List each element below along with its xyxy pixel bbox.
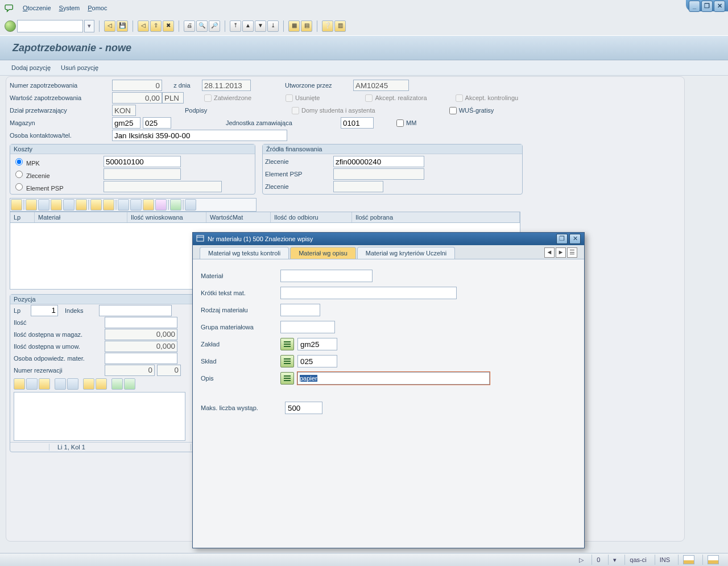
text-load-icon[interactable]	[111, 378, 123, 390]
text-find-icon[interactable]	[83, 378, 94, 390]
win-minimize-button[interactable]: _	[689, 1, 700, 12]
alv-export-icon[interactable]	[38, 199, 49, 210]
cancel-icon[interactable]: ✖	[163, 20, 174, 32]
print-icon[interactable]: 🖨	[184, 20, 195, 32]
contact-field[interactable]	[112, 130, 287, 141]
alv-details-icon[interactable]	[11, 199, 22, 210]
tab-nav-right-icon[interactable]: ►	[556, 247, 566, 258]
alv-graph-icon[interactable]	[170, 199, 181, 210]
lp-field[interactable]	[31, 305, 58, 316]
status-layout2-icon[interactable]	[708, 555, 719, 564]
col-material[interactable]: Materiał	[35, 212, 127, 222]
col-ilosc-wn[interactable]: Ilość wnioskowana	[127, 212, 206, 222]
text-cut-icon[interactable]	[14, 378, 25, 390]
alv-find-icon[interactable]	[51, 199, 62, 210]
dept-field[interactable]	[112, 105, 136, 116]
long-text-area[interactable]	[14, 392, 185, 441]
psp-radio[interactable]	[15, 183, 23, 191]
dlg-stor-field[interactable]	[297, 355, 337, 367]
sap-command-icon[interactable]	[5, 3, 15, 13]
mm-checkbox[interactable]	[396, 119, 404, 127]
rez1-field	[105, 365, 155, 376]
firstpage-icon[interactable]: ⤒	[230, 20, 241, 32]
alv-sum-icon[interactable]	[90, 199, 102, 210]
dlg-desc-selopt-icon[interactable]	[280, 372, 294, 385]
text-paste-icon[interactable]	[39, 378, 50, 390]
dlg-type-field[interactable]	[280, 304, 320, 316]
zlecenie-radio[interactable]	[15, 171, 23, 178]
status-layout-icon[interactable]	[683, 555, 694, 564]
col-ilosc-odb[interactable]: Ilość do odbioru	[271, 212, 352, 222]
mpk-radio[interactable]	[15, 158, 23, 166]
findnext-icon[interactable]: 🔎	[209, 20, 220, 32]
alv-layout-icon[interactable]	[155, 199, 167, 210]
prevpage-icon[interactable]: ▲	[242, 20, 254, 32]
newsession-icon[interactable]: ▦	[288, 20, 300, 32]
command-dropdown[interactable]: ▾	[84, 20, 94, 32]
dlg-stor-selopt-icon[interactable]	[280, 355, 294, 367]
mag2-field[interactable]	[143, 117, 171, 129]
alv-info-icon[interactable]	[185, 199, 196, 210]
delete-position-button[interactable]: Usuń pozycję	[61, 64, 98, 71]
iloscumo-field	[105, 341, 177, 352]
lastpage-icon[interactable]: ⤓	[267, 20, 279, 32]
dlg-max-field[interactable]	[285, 402, 322, 414]
menu-system[interactable]: SystemSystem	[59, 5, 80, 11]
alv-print2-icon[interactable]	[118, 199, 129, 210]
alv-print-icon[interactable]	[26, 199, 37, 210]
zdnia-field[interactable]	[202, 80, 251, 91]
tab-material-uczelni[interactable]: Materiał wg kryteriów Uczelni	[357, 247, 455, 259]
approved-label: Zatwierdzone	[214, 94, 251, 101]
mag1-field[interactable]	[112, 117, 140, 129]
ordunit-field[interactable]	[341, 117, 374, 129]
tab-material-kontroli[interactable]: Materiał wg tekstu kontroli	[200, 247, 289, 259]
tab-nav-list-icon[interactable]: ☰	[567, 247, 577, 258]
text-redo-icon[interactable]	[67, 378, 78, 390]
win-restore-button[interactable]: ❐	[701, 1, 713, 12]
col-wartosc[interactable]: WartośćMat	[206, 212, 271, 222]
dialog-restore-button[interactable]: ❐	[556, 234, 568, 244]
dlg-plant-selopt-icon[interactable]	[280, 338, 294, 350]
enter-button[interactable]	[5, 20, 16, 32]
alv-view-icon[interactable]	[130, 199, 142, 210]
alv-excel-icon[interactable]	[143, 199, 154, 210]
text-undo-icon[interactable]	[55, 378, 66, 390]
wus-checkbox[interactable]	[449, 107, 457, 114]
zrodla-title: Źródła finansowania	[263, 144, 522, 154]
osoba-field[interactable]	[105, 353, 177, 364]
nextpage-icon[interactable]: ▼	[255, 20, 266, 32]
shortcut-icon[interactable]: ▤	[301, 20, 312, 32]
menu-pomoc[interactable]: PomocPomoc	[88, 5, 107, 11]
dlg-shorttxt-field[interactable]	[280, 287, 457, 299]
text-save-icon[interactable]	[124, 378, 135, 390]
find-icon[interactable]: 🔍	[196, 20, 208, 32]
text-findnext-icon[interactable]	[96, 378, 107, 390]
ilosc-field[interactable]	[105, 317, 177, 328]
add-position-button[interactable]: Dodaj pozycję	[11, 64, 51, 71]
menu-otoczenie[interactable]: OOtoczenietoczenie	[23, 5, 51, 11]
tab-nav-left-icon[interactable]: ◄	[544, 247, 555, 258]
layout-icon[interactable]: ▥	[334, 20, 346, 32]
win-close-button[interactable]: ✕	[714, 1, 725, 12]
dialog-close-button[interactable]: ✕	[569, 234, 581, 244]
alv-findnext-icon[interactable]	[63, 199, 75, 210]
tab-material-opisu[interactable]: Materiał wg opisu	[290, 247, 356, 259]
zrodla-zlec-field[interactable]	[333, 156, 424, 167]
dlg-material-field[interactable]	[280, 270, 373, 282]
dlg-desc-field[interactable]: papier	[297, 372, 490, 385]
dlg-group-field[interactable]	[280, 321, 335, 333]
save-icon[interactable]: 💾	[117, 20, 128, 32]
exit-icon[interactable]: ⇧	[150, 20, 162, 32]
alv-filter-icon[interactable]	[76, 199, 87, 210]
dlg-plant-field[interactable]	[297, 338, 337, 350]
alv-subtotal-icon[interactable]	[103, 199, 114, 210]
col-ilosc-pobr[interactable]: Ilość pobrana	[352, 212, 520, 222]
col-lp[interactable]: Lp	[10, 212, 35, 222]
back2-icon[interactable]: ◁	[138, 20, 149, 32]
back-icon[interactable]: ◁	[104, 20, 115, 32]
mpk-field[interactable]	[104, 156, 181, 167]
text-copy-icon[interactable]	[26, 378, 38, 390]
command-field[interactable]	[17, 20, 83, 32]
help-icon[interactable]: ❔	[322, 20, 333, 32]
indeks-field[interactable]	[99, 305, 172, 316]
